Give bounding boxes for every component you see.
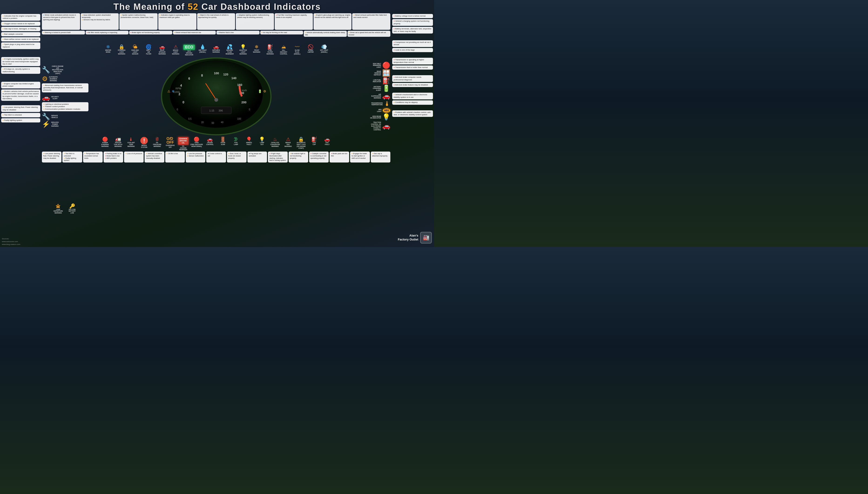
winter-mode-label: WINTERMODE — [105, 49, 111, 53]
anno-washer-text: ● Washer fluid is low — [216, 31, 259, 35]
trans-temp-icon: 🌡 — [384, 100, 390, 107]
indicator-dpf: 💨 DPF LIGHT(Diesel) — [318, 44, 330, 56]
cb-tow-hitch: ● Tow hitch is unlocked ● Faulty lightin… — [62, 152, 82, 163]
defrost-icon: 🪟 — [382, 70, 390, 76]
abs-icon: ABS — [383, 108, 390, 113]
brake-system-label: BRAKESYSTEM — [141, 145, 147, 148]
svg-text:20: 20 — [201, 121, 204, 124]
svg-text:0: 0 — [249, 108, 250, 111]
key-fob-icon: 🔑 — [70, 204, 75, 208]
indicator-def: 💧 DEF LIGHT(Diesel) — [197, 44, 209, 56]
reduced-power-label: REDUCEDPOWERWARNING — [51, 121, 59, 127]
anno-adaptive-text: ● Adaptive lighting system malfunctionin… — [236, 13, 274, 30]
speedo-left-lights: ⚠ ❄ — [167, 89, 175, 93]
indicator-dirty-air: 🌀 DIRTYAIRFILTER — [143, 44, 155, 56]
callout-trans-fluid: ● Transmission fluid is hotter than norm… — [392, 65, 433, 70]
speed-limiter-icon: 🚫 — [308, 44, 313, 49]
source-2: www.blog.caasco.com — [2, 243, 20, 246]
right-column: ● Battery voltage level is below normal … — [392, 14, 433, 118]
trailer-tow-icon: 🚛 — [115, 137, 121, 141]
callout-catalytic: ● Bad catalytic converter — [1, 32, 40, 36]
indicator-oil-pressure: 🛢 OILPRESSUREWARNING — [151, 137, 163, 151]
indicator-rain-light: 🌦 RAIN ANDLIGHTSENSOR — [129, 44, 141, 56]
dirty-air-label: DIRTYAIRFILTER — [146, 49, 151, 55]
check-engine-label: CHECK ENGINE(or MalfunctionIndicator Lig… — [51, 65, 64, 75]
anno-issue-text: ● Issue detected; system deactivated tem… — [81, 13, 119, 30]
bottom-indicator-row: 🔴 POWERSTEERINGWARNING 🚛 TRAILERTOW HITC… — [41, 136, 391, 151]
gearbox-callout: ● Abnormal reading from transmission sen… — [42, 83, 89, 92]
gearbox-label: AUTOMATICGEARBOXWARNING — [49, 76, 58, 81]
anno-winter-mode: ● Winter mode activated (vehicle moves i… — [42, 13, 80, 30]
anno-eco: ● Indicates engine is operating close to… — [158, 13, 196, 30]
callout-battery-voltage: ● Battery voltage level is below normal — [392, 14, 433, 18]
callout-mass-airflow: ● Mass airflow sensor needs to be replac… — [1, 37, 40, 41]
defrost-row: REARWINDOWDEFROST 🪟 — [374, 70, 390, 76]
anno-glow: ● Engine's glow plugs are warming up; en… — [313, 13, 352, 30]
reduced-power-row: ⚡ REDUCEDPOWERWARNING — [42, 121, 89, 128]
highbeam-label: HIGH BEAMON INDICATOR — [370, 115, 381, 119]
center-region: ● Winter mode activated (vehicle moves i… — [41, 13, 391, 247]
door-label: DOORAJAR — [221, 142, 225, 146]
svg-text:60: 60 — [212, 122, 214, 124]
gas-cap-icon: ⛽ — [311, 137, 317, 141]
lamp-out-label: LAMPOUT — [260, 142, 264, 146]
indicator-brake-pad: ⚠ BRAKEPADWARNING — [282, 137, 294, 151]
anno-ice-text: ● Ice may be forming on the road — [260, 31, 303, 35]
cb-door: ● Door, hood, or trunk not closed proper… — [227, 152, 247, 163]
security-icon: 🚗 — [42, 95, 50, 101]
traction-icon: 🚗 — [382, 123, 390, 129]
page-title: The Meaning of 52 Car Dashboard Indicato… — [0, 2, 434, 12]
speed-limiter-label: SPEEDLIMITER — [308, 49, 314, 53]
left-indicators: 🔧 CHECK ENGINE(or MalfunctionIndicator L… — [42, 65, 89, 128]
adaptive-label: ADAPTIVELIGHTWARNING — [239, 49, 247, 55]
seatbelt-row: SEAT BELTREMINDERLIGHT 🔴 — [373, 62, 390, 69]
svg-text:1:15: 1:15 — [209, 109, 214, 112]
power-steering-icon: 🔴 — [102, 137, 108, 141]
dpf-icon: 💨 — [321, 44, 327, 49]
cb-tpms: ● Low tire pressure ● Sensor malfunction — [186, 152, 205, 163]
key-fob-label: KEY FOBBATTERYLOW — [69, 209, 76, 214]
steering-lock-icon: 🔒 — [119, 44, 124, 49]
overdrive-label: OVERDRIVEOFF — [166, 145, 175, 148]
anno-distance-text: ● Object in the road ahead of vehicle is… — [197, 13, 235, 30]
service-icon: 🔧 — [42, 113, 50, 120]
svg-text:8: 8 — [201, 74, 203, 77]
top-anno-row2: ● Steering is locked to prevent theft ● … — [41, 31, 391, 43]
adaptive-icon: 💡 — [240, 44, 246, 49]
trans-temp-row: TRANSMISSIONTEMPERATURE 🌡 — [371, 100, 390, 107]
svg-text:396: 396 — [218, 109, 223, 112]
hill-label: HILLDESCENTCONTROL — [280, 49, 287, 55]
anno-def: ● Diesel exhaust fluid reservoir low — [173, 31, 216, 43]
fuel-filter-icon: ⛽ — [267, 44, 273, 49]
service-row: 🔧 SERVICEVEHICLE — [42, 113, 89, 120]
brake-pad-label: BRAKEPADWARNING — [285, 142, 292, 147]
coolant-icon: 🌡 — [129, 137, 133, 141]
cat-conv-icon: ♨ — [273, 137, 277, 141]
anno-brake-lights-text: ● Brake lights not functioning properly — [129, 31, 172, 35]
indicator-hill: ⛰ HILLDESCENTCONTROL — [278, 44, 290, 56]
indicator-winter-mode: ❄ WINTERMODE — [102, 44, 114, 56]
steering-lock-label: STEERINGLOCKWARNING — [118, 49, 126, 55]
bottom-callout-row: ● Low power steering fluid. Power steeri… — [41, 152, 391, 164]
top-indicator-row: ❄ WINTERMODE 🔒 STEERINGLOCKWARNING 🌦 RAI… — [41, 44, 391, 56]
check-engine-row: 🔧 CHECK ENGINE(or MalfunctionIndicator L… — [42, 65, 89, 75]
indicator-cat-conv: ♨ CATALYTICCONVERTERWARNING — [269, 137, 281, 151]
lane-departure-area: 🛣 LANEDEPARTUREWARNING 🔑 KEY FOBBATTERYL… — [42, 203, 89, 214]
distance-label: DISTANCEWARNING — [212, 49, 220, 53]
gas-cap-label: GASCAP — [313, 142, 316, 146]
fog-icon: 🌫 — [234, 137, 238, 141]
gearbox-row: ⚙ AUTOMATICGEARBOXWARNING — [42, 76, 89, 82]
callout-check-engine: ● Indicates that the engine computer has… — [1, 14, 40, 21]
callout-abs-diagnosis: ● Anti-lock brake computer needs profess… — [392, 75, 433, 82]
brand-logo: Alan'sFactory Outlet 🏭 — [398, 232, 432, 244]
indicator-overdrive: O/DOFF OVERDRIVEOFF — [164, 137, 176, 151]
callout-battery-terminals: ● Battery terminals, alternator belt, se… — [392, 27, 433, 34]
svg-text:6: 6 — [188, 77, 190, 80]
cb-gas-cap: ● Gas cap is attached improperly — [371, 152, 390, 163]
battery-row: BATTERY/CHARGINGALERT 🔋 — [373, 85, 390, 92]
anno-hill: ● Vehicle automatically controls braking… — [304, 31, 347, 43]
indicator-coolant: 🌡 COOLANTTEMPWARNING — [125, 137, 137, 151]
def-label: DEF LIGHT(Diesel) — [198, 49, 207, 53]
frost-label: FROSTWARNING — [253, 49, 260, 53]
eco-label: ECODRIVINGINDICATOR — [185, 50, 193, 56]
